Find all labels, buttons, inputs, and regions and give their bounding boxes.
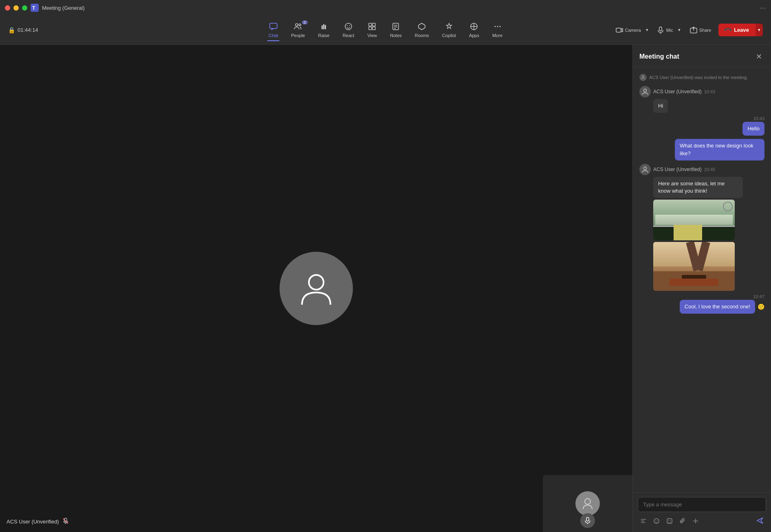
camera-caret[interactable]: ▾ [644, 26, 650, 33]
cool-bubble-row: Cool, I love the second one! 🙂 [680, 300, 764, 314]
svg-point-24 [497, 26, 498, 27]
send-button[interactable] [754, 515, 766, 528]
toolbar: 🔒 01:44:14 Chat 2 People Raise [0, 15, 771, 45]
msg-time-cool: 10:47 [753, 294, 764, 299]
react-label: React [343, 33, 355, 38]
raise-button[interactable]: Raise [313, 20, 335, 40]
sender-avatar-1 [639, 86, 651, 97]
titlebar-more-icon[interactable]: ⋯ [760, 4, 766, 12]
leave-group: 📞 Leave ▾ [718, 24, 763, 36]
chat-close-button[interactable]: ✕ [753, 51, 764, 62]
svg-point-39 [644, 167, 647, 169]
mic-muted-icon [62, 518, 69, 525]
add-button[interactable] [690, 516, 701, 528]
message-ideas: ACS User (Unverified) 10:45 Here are som… [639, 164, 764, 291]
msg-sender-row-ideas: ACS User (Unverified) 10:45 [639, 164, 764, 175]
toolbar-center: Chat 2 People Raise React [263, 20, 508, 40]
svg-point-34 [585, 499, 590, 504]
bubble-design: What does the new design look like? [675, 139, 764, 160]
svg-marker-19 [419, 23, 425, 30]
svg-point-3 [295, 24, 298, 26]
chat-toolbar-icons [638, 515, 766, 528]
toolbar-right: Camera ▾ Mic ▾ Share 📞 Leave ▾ [612, 24, 763, 37]
svg-rect-26 [616, 28, 621, 32]
chat-icon [269, 22, 278, 32]
svg-point-9 [347, 25, 348, 26]
maximize-traffic-light[interactable] [22, 5, 27, 11]
format-button[interactable] [638, 516, 649, 528]
rooms-label: Rooms [415, 33, 429, 38]
people-button[interactable]: 2 People [285, 20, 311, 40]
notes-button[interactable]: Notes [384, 20, 408, 40]
react-button[interactable]: React [337, 20, 360, 40]
svg-point-47 [668, 520, 669, 521]
close-traffic-light[interactable] [5, 5, 10, 11]
kitchen-image[interactable] [653, 200, 735, 240]
room-image[interactable] [653, 242, 735, 291]
toolbar-left: 🔒 01:44:14 [8, 27, 38, 33]
chat-header: Meeting chat ✕ [633, 45, 771, 67]
minimize-traffic-light[interactable] [13, 5, 19, 11]
svg-point-25 [499, 26, 500, 27]
svg-point-23 [494, 26, 496, 27]
self-avatar [575, 491, 600, 516]
mic-overlay-button[interactable] [580, 513, 595, 528]
teams-icon: T [31, 4, 39, 12]
attachment-button[interactable] [677, 516, 688, 528]
titlebar: T Meeting (General) ⋯ [0, 0, 771, 15]
leave-button[interactable]: 📞 Leave [718, 24, 756, 36]
svg-rect-2 [270, 23, 277, 29]
camera-group: Camera ▾ [612, 24, 650, 37]
camera-label: Camera [625, 28, 641, 33]
apps-button[interactable]: Apps [463, 20, 485, 40]
svg-rect-13 [369, 27, 372, 30]
user-info-bar: ACS User (Unverified) [7, 518, 69, 525]
more-button[interactable]: More [487, 20, 508, 40]
bubble-cool: Cool, I love the second one! [680, 300, 755, 314]
svg-point-37 [642, 76, 644, 77]
svg-rect-5 [322, 25, 323, 29]
meeting-timer: 01:44:14 [18, 27, 38, 33]
chat-button[interactable]: Chat [263, 20, 284, 40]
system-avatar-icon [639, 74, 647, 81]
chat-input-area [633, 492, 771, 532]
self-avatar-icon [581, 497, 594, 510]
more-icon [493, 22, 502, 32]
share-icon [689, 26, 698, 34]
raise-icon [319, 22, 328, 32]
bubble-ideas: Here are some ideas, let me know what yo… [653, 177, 743, 198]
emoji-button[interactable] [651, 516, 662, 528]
msg-content-ideas: Here are some ideas, let me know what yo… [639, 177, 764, 291]
share-button[interactable]: Share [685, 24, 715, 37]
mic-overlay-icon [584, 517, 591, 524]
message-hello-group: 10:43 Hello [639, 116, 764, 136]
people-badge: 2 [302, 20, 308, 24]
leave-label: Leave [734, 27, 749, 33]
leave-caret[interactable]: ▾ [756, 24, 763, 36]
sticker-button[interactable] [664, 516, 675, 528]
copilot-button[interactable]: Copilot [436, 20, 462, 40]
react-emoji[interactable]: 🙂 [758, 303, 764, 310]
notes-icon [391, 22, 400, 32]
system-message: ACS User (Unverified) was invited to the… [639, 72, 764, 83]
msg-content-hi: Hi [639, 99, 764, 113]
mic-button[interactable]: Mic [653, 24, 676, 37]
msg-sender-name-1: ACS User (Unverified) [653, 89, 702, 95]
message-input[interactable] [638, 497, 766, 512]
react-icon [344, 22, 353, 32]
video-area: ACS User (Unverified) [0, 45, 632, 532]
mic-caret[interactable]: ▾ [676, 26, 682, 33]
view-button[interactable]: View [361, 20, 383, 40]
rooms-button[interactable]: Rooms [409, 20, 435, 40]
people-label: People [291, 33, 305, 38]
share-label: Share [699, 28, 711, 33]
svg-rect-7 [325, 25, 326, 29]
copilot-label: Copilot [442, 33, 456, 38]
system-message-text: ACS User (Unverified) was invited to the… [649, 75, 748, 80]
more-label: More [492, 33, 502, 38]
svg-point-48 [670, 520, 671, 521]
self-preview [543, 475, 632, 532]
people-icon [293, 22, 302, 32]
camera-button[interactable]: Camera [612, 24, 644, 37]
svg-point-10 [349, 25, 350, 26]
